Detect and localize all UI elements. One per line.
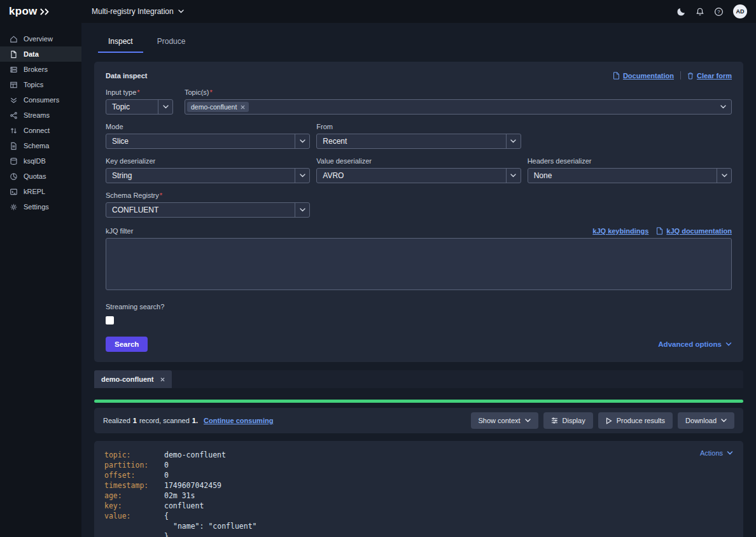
field-mode: Mode Slice <box>106 123 310 149</box>
sidebar-item-brokers[interactable]: Brokers <box>0 62 81 77</box>
from-label: From <box>316 123 521 130</box>
streams-icon <box>10 111 18 120</box>
record-field-value-close: } <box>104 531 733 537</box>
kjq-filter-input[interactable] <box>106 238 732 290</box>
divider <box>680 71 681 80</box>
produce-results-button[interactable]: Produce results <box>598 412 673 429</box>
chevron-down-icon <box>727 451 733 455</box>
record-actions-menu[interactable]: Actions <box>700 449 733 457</box>
field-value-deserializer: Value deserializer AVRO <box>316 157 521 183</box>
topics-icon <box>10 81 18 89</box>
document-icon <box>613 72 620 80</box>
value-deserializer-select[interactable]: AVRO <box>316 168 521 183</box>
quotas-icon <box>10 172 18 181</box>
user-avatar[interactable]: AD <box>733 4 747 18</box>
trash-icon <box>687 72 694 80</box>
display-icon <box>551 417 558 424</box>
main-content: Inspect Produce Data inspect Documentati… <box>81 23 756 537</box>
record-field-value-body: "name": "confluent" <box>104 521 733 531</box>
record-field-offset: offset:0 <box>104 470 733 480</box>
sidebar-item-topics[interactable]: Topics <box>0 77 81 92</box>
environment-name: Multi-registry Integration <box>92 7 174 16</box>
show-context-button[interactable]: Show context <box>471 412 538 429</box>
svg-text:?: ? <box>717 9 720 15</box>
search-button[interactable]: Search <box>106 337 148 352</box>
chevron-down-icon <box>525 419 531 422</box>
sidebar-item-label: kREPL <box>24 188 45 195</box>
record-field-age: age:02m 31s <box>104 491 733 501</box>
result-tab-demo-confluent[interactable]: demo-confluent <box>94 370 172 388</box>
topbar: kpow Multi-registry Integration ? AD <box>0 0 756 23</box>
connect-icon <box>10 127 18 135</box>
produce-icon <box>606 417 612 424</box>
chevron-down-icon <box>717 169 731 183</box>
sidebar-item-label: Brokers <box>24 66 48 73</box>
mode-select[interactable]: Slice <box>106 134 310 149</box>
sidebar-item-overview[interactable]: Overview <box>0 31 81 46</box>
advanced-options-toggle[interactable]: Advanced options <box>658 340 732 348</box>
sidebar-item-label: Data <box>24 50 39 58</box>
close-icon <box>241 105 245 109</box>
input-type-value: Topic <box>106 102 158 111</box>
kjq-documentation-link[interactable]: kJQ documentation <box>656 227 732 235</box>
schema-registry-select[interactable]: CONFLUENT <box>106 202 310 218</box>
logo-chevrons-icon <box>39 8 51 15</box>
sidebar-item-ksqldb[interactable]: ksqlDB <box>0 153 81 169</box>
field-headers-deserializer: Headers deserializer None <box>528 157 732 183</box>
record-field-key: key:confluent <box>104 501 733 511</box>
help-icon[interactable]: ? <box>714 7 724 17</box>
app-logo[interactable]: kpow <box>0 5 81 18</box>
tab-inspect[interactable]: Inspect <box>98 32 143 53</box>
card-title: Data inspect <box>106 72 147 80</box>
record-field-timestamp: timestamp:1749607042459 <box>104 480 733 491</box>
result-tab-strip: demo-confluent <box>94 370 743 388</box>
download-button[interactable]: Download <box>678 412 734 429</box>
record-field-value-open: value:{ <box>104 511 733 521</box>
kjq-keybindings-link[interactable]: kJQ keybindings <box>592 227 648 235</box>
key-deserializer-select[interactable]: String <box>106 168 310 183</box>
streaming-search-label: Streaming search? <box>106 303 732 310</box>
chevron-down-icon <box>295 203 309 217</box>
streaming-search-checkbox[interactable] <box>106 316 114 324</box>
record-panel: Actions topic:demo-confluent partition:0… <box>94 441 743 537</box>
field-schema-registry: Schema Registry* CONFLUENT <box>106 192 310 218</box>
sidebar-item-streams[interactable]: Streams <box>0 108 81 123</box>
remove-topic-button[interactable] <box>241 105 245 109</box>
page-tabs: Inspect Produce <box>94 23 743 53</box>
consumption-progress-bar <box>94 400 743 403</box>
ksqldb-icon <box>10 157 18 165</box>
sidebar-item-label: Streams <box>24 111 50 119</box>
continue-consuming-link[interactable]: Continue consuming <box>204 417 273 424</box>
sidebar-item-krepl[interactable]: kREPL <box>0 184 81 199</box>
environment-selector[interactable]: Multi-registry Integration <box>92 7 184 16</box>
close-result-tab-button[interactable] <box>160 377 165 382</box>
sidebar-item-label: Consumers <box>24 96 59 104</box>
clear-form-link[interactable]: Clear form <box>687 72 732 80</box>
sidebar-item-settings[interactable]: Settings <box>0 199 81 214</box>
sidebar-item-label: Connect <box>24 127 50 134</box>
from-select[interactable]: Recent <box>316 134 521 149</box>
topics-multiselect[interactable]: demo-confluent <box>185 99 732 115</box>
close-icon <box>160 377 165 382</box>
notifications-bell-icon[interactable] <box>696 7 704 17</box>
sidebar-item-data[interactable]: Data <box>0 46 81 62</box>
consumers-icon <box>10 96 18 104</box>
value-deserializer-label: Value deserializer <box>316 157 521 165</box>
sidebar-item-connect[interactable]: Connect <box>0 123 81 138</box>
display-button[interactable]: Display <box>543 412 593 429</box>
sidebar-item-schema[interactable]: Schema <box>0 138 81 153</box>
chevron-down-icon <box>721 419 727 422</box>
chevron-down-icon <box>725 342 732 346</box>
topic-tag: demo-confluent <box>187 102 249 112</box>
input-type-select[interactable]: Topic <box>106 99 173 115</box>
tab-produce[interactable]: Produce <box>147 32 196 53</box>
sidebar-item-quotas[interactable]: Quotas <box>0 169 81 184</box>
theme-toggle-moon-icon[interactable] <box>676 7 686 17</box>
sidebar-item-consumers[interactable]: Consumers <box>0 92 81 108</box>
headers-deserializer-select[interactable]: None <box>528 168 732 183</box>
chevron-down-icon <box>178 10 184 13</box>
sidebar-item-label: Quotas <box>24 172 46 180</box>
topics-label: Topic(s)* <box>185 88 732 96</box>
documentation-link[interactable]: Documentation <box>613 72 674 80</box>
kjq-filter-label: kJQ filter <box>106 227 133 235</box>
